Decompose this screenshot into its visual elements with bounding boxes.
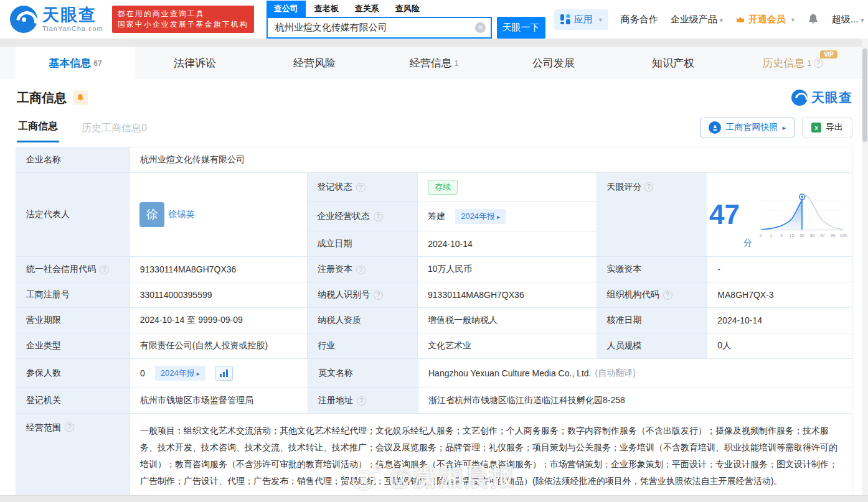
score-value-cell[interactable]: 47 分 xyxy=(707,173,852,256)
reg-capital-help-icon[interactable] xyxy=(356,265,366,274)
search-tab-company[interactable]: 查公司 xyxy=(267,1,306,17)
tab-operation-info[interactable]: 经营信息 1 xyxy=(374,47,494,79)
axis-tick: 50 xyxy=(800,233,804,238)
history-help-icon[interactable] xyxy=(814,58,823,68)
score-unit: 分 xyxy=(743,238,752,249)
content: 工商信息 天眼查 工商信息 历史工商信息0 工商官网快照 xyxy=(0,79,868,497)
tab-operation-risk[interactable]: 经营风险 xyxy=(255,47,374,79)
search-button[interactable]: 天眼一下 xyxy=(497,17,545,39)
scope-text: 一般项目：组织文化艺术交流活动；其他文化艺术经纪代理；文化娱乐经纪人服务；文艺创… xyxy=(140,422,842,490)
subtab-history-business-info[interactable]: 历史工商信息0 xyxy=(80,116,148,142)
tianyancha-logo-icon xyxy=(10,6,37,33)
insured-value-cell: 0 2024年报 xyxy=(130,359,308,388)
est-date-label-cell: 成立日期 xyxy=(308,231,418,256)
reg-capital-value: 10万人民币 xyxy=(417,257,597,282)
excel-icon xyxy=(811,123,821,132)
legal-rep-cell: 徐 徐锡英 xyxy=(129,173,306,256)
axis-tick: 100 xyxy=(839,233,847,238)
subtab-business-info[interactable]: 工商信息 xyxy=(17,114,59,142)
header: 天眼查 TianYanCha.com 都在用的商业查询工具 国家中小企业发展子基… xyxy=(0,0,868,39)
main-tab-bar: 基本信息 67 法律诉讼 经营风险 经营信息 1 公司发展 知识产权 VIP 历… xyxy=(0,47,868,79)
search-tab-relation[interactable]: 查关系 xyxy=(347,1,387,17)
term-value: 2024-10-14 至 9999-09-09 xyxy=(130,308,308,333)
tab-intellectual-property[interactable]: 知识产权 xyxy=(613,47,733,79)
approval-date-value: 2024-10-14 xyxy=(707,308,852,333)
reg-capital-label-cell: 注册资本 xyxy=(307,257,417,282)
legal-rep-label: 法定代表人 xyxy=(16,173,129,256)
score-distribution-chart: 0 1 3 15 50 85 97 99 100 xyxy=(756,187,849,243)
tab-legal-proceedings[interactable]: 法律诉讼 xyxy=(135,47,255,79)
score-label: 天眼评分 xyxy=(607,182,642,192)
address-value: 浙江省杭州市钱塘区临江街道临江科技孵化园8-258 xyxy=(418,388,852,413)
staff-size-label: 人员规模 xyxy=(597,333,707,358)
registry-value: 杭州市钱塘区市场监督管理局 xyxy=(130,388,308,413)
score-help-icon[interactable] xyxy=(644,182,653,192)
insured-annual-report-link[interactable]: 2024年报 xyxy=(155,366,205,381)
org-code-help-icon[interactable] xyxy=(663,291,672,300)
nav-super[interactable]: 超级... xyxy=(832,14,864,26)
snapshot-label: 工商官网快照 xyxy=(725,122,778,133)
tab-opinfo-count: 1 xyxy=(455,59,459,68)
search-tab-boss[interactable]: 查老板 xyxy=(307,1,346,17)
reg-status-help-icon[interactable] xyxy=(356,183,366,192)
credit-code-help-icon[interactable] xyxy=(100,265,109,274)
crown-icon xyxy=(735,14,745,24)
tab-basic-info-count: 67 xyxy=(93,59,101,68)
english-name-value-cell: Hangzhou Yexuan Culture Media Co., Ltd. … xyxy=(418,359,852,388)
insured-label: 参保人数 xyxy=(16,359,130,388)
auto-translate-note: (自动翻译) xyxy=(595,368,636,379)
org-code-label-cell: 组织机构代码 xyxy=(597,282,707,307)
annual-report-link[interactable]: 2024年报 xyxy=(455,209,506,224)
section-brand-icon xyxy=(791,90,808,106)
taxpayer-id-help-icon[interactable] xyxy=(374,291,383,300)
table-row: 参保人数 0 2024年报 英文名称 Hangzhou Yexuan Cultu… xyxy=(16,358,852,388)
axis-tick: 85 xyxy=(810,233,815,238)
clear-search-icon[interactable] xyxy=(475,22,486,33)
table-row: 企业类型 有限责任公司(自然人投资或控股) 行业 文化艺术业 人员规模 0人 xyxy=(16,333,852,358)
reg-status-value-cell: 存续 xyxy=(417,173,596,202)
nav-cooperation[interactable]: 商务合作 xyxy=(621,14,658,26)
search-input[interactable] xyxy=(275,22,475,33)
axis-tick: 0 xyxy=(760,233,762,238)
search-tab-risk[interactable]: 查风险 xyxy=(388,1,427,17)
paid-capital-value: - xyxy=(707,257,852,282)
tab-basic-info-label: 基本信息 xyxy=(49,56,91,70)
op-status-value: 筹建 xyxy=(428,211,445,222)
op-status-help-icon[interactable] xyxy=(374,212,383,221)
reg-number-value: 330114000395599 xyxy=(130,282,308,307)
table-row: 登记机关 杭州市钱塘区市场监督管理局 注册地址 浙江省杭州市钱塘区临江街道临江科… xyxy=(16,388,852,413)
legal-rep-avatar[interactable]: 徐 xyxy=(139,202,164,227)
notification-bell-icon[interactable] xyxy=(807,13,819,26)
apps-menu[interactable]: 应用 xyxy=(554,9,608,30)
tab-history-label: 历史信息 xyxy=(762,56,804,70)
tianyancha-logo[interactable]: 天眼查 TianYanCha.com xyxy=(10,6,103,33)
tab-company-development[interactable]: 公司发展 xyxy=(494,47,613,79)
official-snapshot-button[interactable]: 工商官网快照 xyxy=(700,118,795,137)
scrollbar-thumb[interactable] xyxy=(862,49,867,142)
scope-help-icon[interactable] xyxy=(65,422,74,432)
tab-basic-info[interactable]: 基本信息 67 xyxy=(16,47,135,79)
stamp-icon xyxy=(709,121,721,134)
status-badge: 存续 xyxy=(428,180,458,195)
insured-trend-button[interactable] xyxy=(215,366,233,381)
scope-label-cell: 经营范围 xyxy=(16,414,130,496)
credit-code-label-cell: 统一社会信用代码 xyxy=(16,257,130,282)
apps-label: 应用 xyxy=(574,14,593,26)
nav-vip-upgrade[interactable]: 开通会员 xyxy=(735,14,795,26)
tab-history-info[interactable]: VIP 历史信息 1 xyxy=(733,47,852,79)
company-name-value: 杭州业煊文化传媒有限公司 xyxy=(130,147,852,172)
paid-capital-label: 实缴资本 xyxy=(597,257,707,282)
top-nav: 应用 商务合作 企业级产品 开通会员 超级... xyxy=(554,9,864,30)
scrollbar[interactable] xyxy=(862,39,868,502)
reg-status-label: 登记状态 xyxy=(318,182,352,193)
legal-rep-name-link[interactable]: 徐锡英 xyxy=(168,209,194,220)
export-button[interactable]: 导出 xyxy=(802,118,852,137)
credit-code-value: 91330114MA8GH7QX36 xyxy=(130,257,308,282)
subscribe-bell-button[interactable] xyxy=(73,90,88,105)
page: 天眼查 TianYanCha.com 都在用的商业查询工具 国家中小企业发展子基… xyxy=(0,0,868,502)
trend-chart-icon xyxy=(220,370,229,377)
address-help-icon[interactable] xyxy=(357,396,366,406)
taxpayer-id-label: 纳税人识别号 xyxy=(318,289,370,300)
nav-enterprise[interactable]: 企业级产品 xyxy=(671,14,723,26)
address-label-cell: 注册地址 xyxy=(308,388,418,413)
